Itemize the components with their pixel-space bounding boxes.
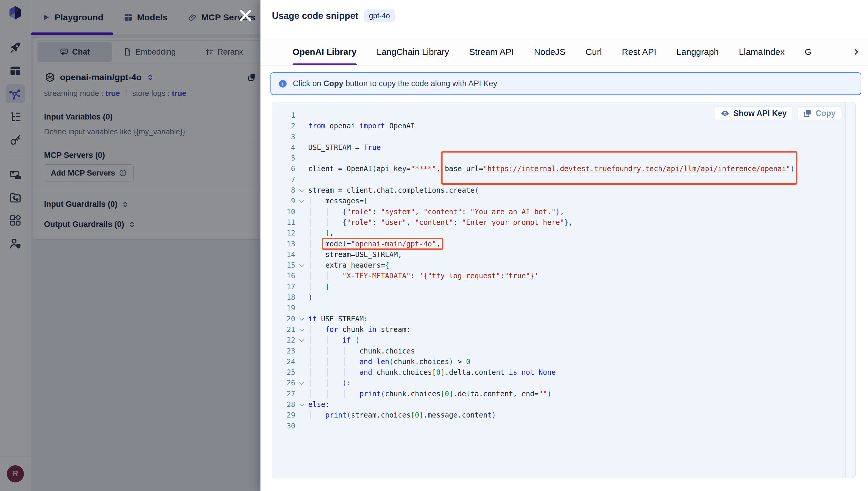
snippet-tab-llamaindex[interactable]: LlamaIndex [739,38,785,65]
fold-toggle[interactable] [295,185,308,196]
code-line: 15│ extra_headers={ [272,260,845,270]
code-text: │ messages=[ [308,196,368,206]
modal-header: Usage code snippet gpt-4o [272,9,395,22]
code-text: stream = client.chat.completions.create( [308,185,479,196]
code-snippet-panel: Show API Key Copy 12from openai import O… [272,102,856,478]
line-number: 2 [272,121,295,131]
close-modal-button[interactable] [237,7,254,24]
chevron-right-icon [852,48,861,56]
modal-title: Usage code snippet [272,11,358,21]
code-line: 20if USE_STREAM: [272,314,845,324]
banner-text-pre: Click on [293,79,324,88]
fold-gutter [295,132,308,142]
fold-gutter [295,292,308,303]
line-number: 7 [272,174,295,185]
code-line: 25│ │ │ and chunk.choices[0].delta.conte… [272,367,845,378]
code-text: │ │ │ and chunk.choices[0].delta.content… [308,367,556,378]
show-api-key-button[interactable]: Show API Key [715,106,792,120]
snippet-tab-rest-api[interactable]: Rest API [622,38,656,65]
code-text: │ │ │ print(chunk.choices[0].delta.conte… [308,388,552,399]
code-text: │ │ │ and len(chunk.choices) > 0 [308,356,470,367]
fold-toggle[interactable] [295,314,308,324]
fold-gutter [295,174,308,185]
line-number: 11 [272,217,295,228]
snippet-tab-openai-library[interactable]: OpenAI Library [292,38,357,65]
code-scrollbar[interactable] [845,102,851,478]
line-number: 27 [272,388,295,399]
code-line: 28else: [272,399,845,410]
info-icon [278,79,287,88]
fold-gutter [295,249,308,260]
line-number: 22 [272,335,295,346]
usage-code-snippet-modal: Usage code snippet gpt-4o OpenAI Library… [260,0,868,491]
line-number: 20 [272,314,295,324]
snippet-tab-curl[interactable]: Curl [585,38,602,65]
code-line: 22│ │ if ( [272,335,845,346]
code-line: 26│ │ ): [272,378,845,388]
info-banner: Click on Copy button to copy the code al… [271,72,861,95]
line-number: 1 [272,110,295,121]
line-number: 14 [272,249,295,260]
tabs-scroll-right-button[interactable] [849,45,863,59]
line-number: 3 [272,132,295,142]
fold-toggle[interactable] [295,196,308,206]
line-number: 23 [272,346,295,356]
fold-gutter [295,206,308,217]
code-highlight-box: model="openai-main/gpt-4o", [325,240,441,248]
fold-toggle[interactable] [295,335,308,346]
line-number: 5 [272,153,295,164]
code-line: 17│ } [272,282,845,292]
code-text: from openai import OpenAI [308,121,415,131]
code-line: 9│ messages=[ [272,196,845,206]
code-text: else: [308,399,330,410]
fold-gutter [295,239,308,249]
snippet-language-tabs: OpenAI LibraryLangChain LibraryStream AP… [261,38,868,65]
fold-toggle[interactable] [295,378,308,388]
line-number: 28 [272,399,295,410]
fold-gutter [295,410,308,421]
copy-code-button[interactable]: Copy [797,106,841,120]
code-line: 11│ │ {"role": "user", "content": "Enter… [272,217,845,228]
code-text: USE_STREAM = True [308,142,381,153]
code-line: 2from openai import OpenAI [272,121,845,131]
code-line: 18) [272,292,845,303]
line-number: 18 [272,292,295,303]
snippet-tab-nodejs[interactable]: NodeJS [534,38,566,65]
snippet-tab-langgraph[interactable]: Langgraph [676,38,719,65]
code-line: 13│ model="openai-main/gpt-4o", [272,239,845,249]
snippet-tab-langchain-library[interactable]: LangChain Library [377,38,449,65]
code-text: │ model="openai-main/gpt-4o", [308,239,441,249]
fold-gutter [295,346,308,356]
fold-gutter [295,421,308,431]
snippet-tab-g[interactable]: G [805,38,812,65]
code-text: │ extra_headers={ [308,260,389,270]
code-line: 24│ │ │ and len(chunk.choices) > 0 [272,356,845,367]
fold-gutter [295,110,308,121]
code-line: 14│ stream=USE_STREAM, [272,249,845,260]
code-editor[interactable]: 12from openai import OpenAI34USE_STREAM … [272,110,845,431]
line-number: 12 [272,228,295,238]
line-number: 24 [272,356,295,367]
fold-toggle[interactable] [295,324,308,335]
code-text: │ │ {"role": "system", "content": "You a… [308,206,564,217]
code-text: │ │ {"role": "user", "content": "Enter y… [308,217,573,228]
line-number: 9 [272,196,295,206]
fold-gutter [295,228,308,238]
modal-backdrop[interactable] [0,0,260,491]
line-number: 25 [272,367,295,378]
fold-gutter [295,217,308,228]
code-text: ) [308,292,312,303]
fold-gutter [295,142,308,153]
snippet-tab-stream-api[interactable]: Stream API [469,38,514,65]
fold-gutter [295,153,308,164]
model-badge: gpt-4o [364,9,395,22]
code-text: │ │ "X-TFY-METADATA": '{"tfy_log_request… [308,270,538,281]
code-highlight-box: base_url="https://internal.devtest.truef… [445,165,794,173]
fold-toggle[interactable] [295,399,308,410]
fold-toggle[interactable] [295,260,308,270]
line-number: 21 [272,324,295,335]
line-number: 26 [272,378,295,388]
eye-icon [720,109,730,118]
line-number: 16 [272,270,295,281]
code-line: 10│ │ {"role": "system", "content": "You… [272,206,845,217]
